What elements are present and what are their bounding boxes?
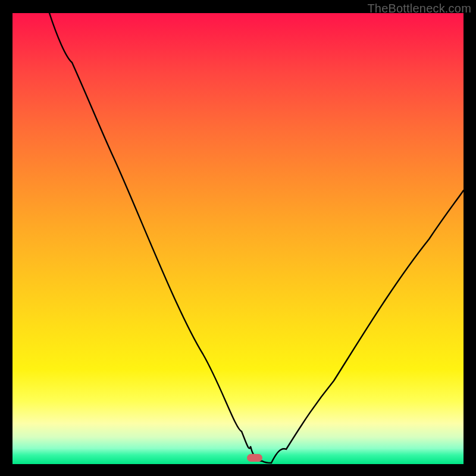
optimum-marker <box>247 454 262 462</box>
chart-plot-area <box>12 13 464 464</box>
curve-svg <box>12 13 464 464</box>
watermark-text: TheBottleneck.com <box>367 2 471 15</box>
bottleneck-curve-path <box>49 13 464 463</box>
chart-stage: TheBottleneck.com <box>0 0 476 476</box>
